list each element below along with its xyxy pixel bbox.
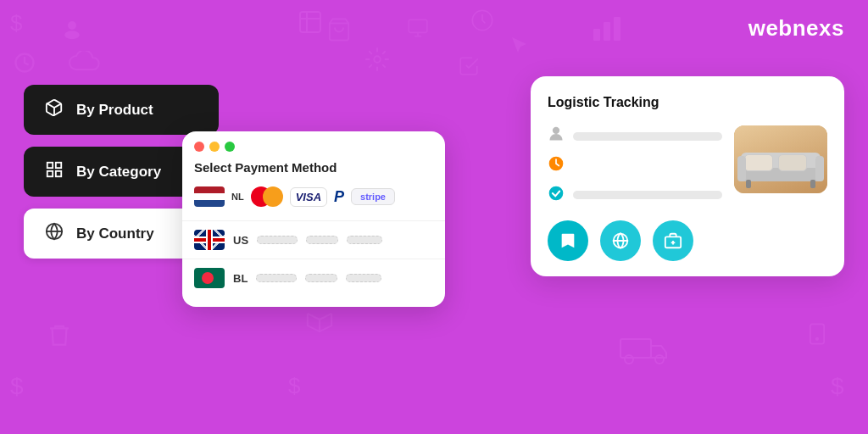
payment-modal: Select Payment Method NL VISA P stripe bbox=[182, 131, 445, 307]
placeholder-6 bbox=[346, 274, 381, 282]
product-thumbnail bbox=[734, 125, 827, 193]
svg-rect-12 bbox=[810, 324, 824, 343]
by-category-label: By Category bbox=[76, 164, 161, 181]
country-icon bbox=[44, 222, 64, 245]
track-actions bbox=[548, 220, 827, 261]
svg-rect-17 bbox=[47, 171, 53, 176]
placeholder-5 bbox=[305, 274, 337, 282]
paypal-icon[interactable]: P bbox=[334, 188, 344, 206]
svg-point-0 bbox=[68, 21, 76, 30]
placeholder-2 bbox=[306, 236, 338, 244]
bd-flag bbox=[194, 268, 225, 288]
us-country-row: US bbox=[182, 220, 445, 259]
close-dot[interactable] bbox=[194, 142, 204, 152]
tracking-card: Logistic Tracking bbox=[531, 76, 844, 276]
svg-point-7 bbox=[625, 355, 633, 364]
tracking-row-time bbox=[548, 155, 722, 176]
svg-point-8 bbox=[655, 355, 664, 364]
category-icon bbox=[44, 160, 64, 183]
payment-methods-row: NL VISA P stripe bbox=[182, 186, 445, 220]
clock-icon bbox=[548, 155, 565, 176]
time-bars bbox=[573, 164, 722, 169]
tracking-row-person bbox=[548, 125, 722, 147]
bookmark-action-btn[interactable] bbox=[548, 220, 588, 261]
svg-rect-6 bbox=[620, 339, 651, 358]
svg-rect-16 bbox=[56, 163, 61, 168]
svg-rect-4 bbox=[409, 19, 427, 32]
tracking-rows bbox=[548, 125, 722, 205]
tracking-row-check bbox=[548, 185, 722, 205]
svg-point-23 bbox=[549, 186, 564, 201]
modal-titlebar bbox=[182, 131, 445, 160]
globe-action-btn[interactable] bbox=[600, 220, 641, 261]
tracking-bar-3 bbox=[573, 191, 722, 199]
bd-country-row: BL bbox=[182, 259, 445, 297]
brand-name: webnexs bbox=[748, 15, 844, 42]
svg-rect-15 bbox=[47, 163, 53, 168]
nl-flag[interactable] bbox=[194, 186, 225, 207]
person-icon bbox=[548, 125, 565, 147]
tracking-bar-1 bbox=[573, 132, 722, 141]
product-icon bbox=[44, 98, 64, 121]
nl-label: NL bbox=[231, 192, 244, 202]
uk-flag bbox=[194, 230, 225, 250]
svg-rect-18 bbox=[56, 171, 61, 176]
stripe-badge[interactable]: stripe bbox=[351, 188, 395, 205]
us-code: US bbox=[233, 234, 248, 247]
svg-point-3 bbox=[374, 56, 381, 63]
menu-item-by-product[interactable]: By Product bbox=[24, 85, 219, 135]
expand-dot[interactable] bbox=[225, 142, 235, 152]
tracking-title: Logistic Tracking bbox=[548, 95, 827, 110]
svg-point-1 bbox=[64, 31, 80, 39]
svg-point-21 bbox=[553, 127, 559, 134]
placeholder-1 bbox=[257, 236, 298, 244]
svg-rect-10 bbox=[604, 22, 610, 41]
svg-point-13 bbox=[816, 338, 818, 340]
svg-rect-9 bbox=[593, 29, 600, 41]
minimize-dot[interactable] bbox=[209, 142, 220, 152]
placeholder-3 bbox=[347, 236, 382, 244]
visa-badge[interactable]: VISA bbox=[290, 187, 327, 207]
placeholder-4 bbox=[256, 274, 297, 282]
check-icon bbox=[548, 185, 565, 205]
tracking-content bbox=[548, 125, 827, 205]
package-action-btn[interactable] bbox=[653, 220, 693, 261]
svg-point-2 bbox=[16, 54, 34, 72]
payment-modal-title: Select Payment Method bbox=[182, 160, 445, 186]
bd-code: BL bbox=[233, 272, 248, 285]
svg-rect-11 bbox=[614, 17, 620, 41]
by-country-label: By Country bbox=[76, 225, 154, 242]
mastercard-icon[interactable] bbox=[251, 186, 283, 207]
by-product-label: By Product bbox=[76, 102, 153, 119]
